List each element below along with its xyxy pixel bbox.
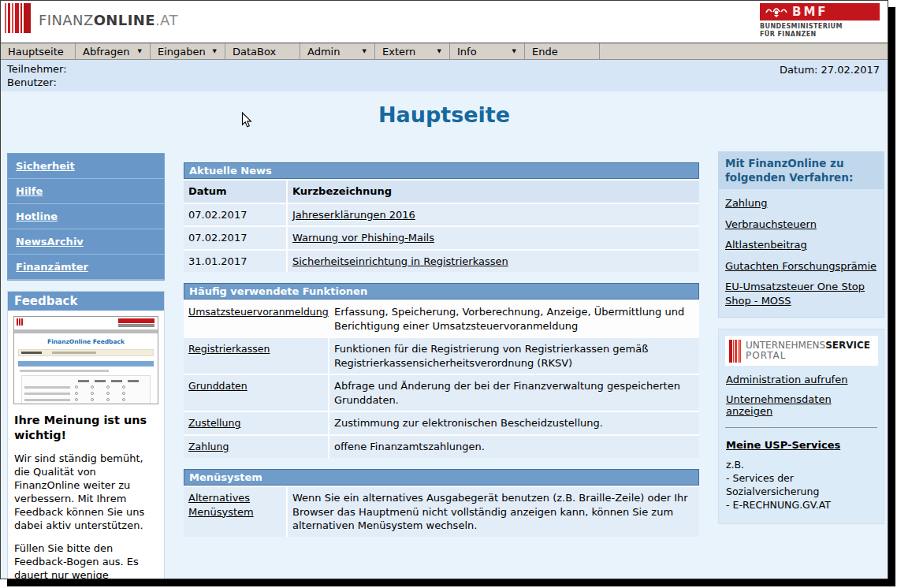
usp-services-line: z.B. [726, 459, 877, 472]
menusystem-section: Menüsystem Alternatives Menüsystem Wenn … [184, 469, 699, 537]
function-link-registrierkassen[interactable]: Registrierkassen [188, 343, 270, 355]
sidebar-item-hilfe[interactable]: Hilfe [8, 179, 164, 204]
verfahren-panel: Mit FinanzOnline zu folgenden Verfahren:… [718, 151, 884, 318]
usp-logo-bars-icon [729, 340, 742, 363]
page-content: Hauptseite Sicherheit Hilfe Hotline News… [1, 91, 888, 579]
verfahren-link-moss[interactable]: EU-Umsatzsteuer One Stop Shop - MOSS [725, 280, 877, 307]
usp-logo-line2: PORTAL [746, 351, 870, 361]
logo-at: .AT [155, 12, 178, 28]
function-link-grunddaten[interactable]: Grunddaten [188, 380, 248, 392]
feedback-heading: Ihre Meinung ist uns wichtig! [14, 413, 158, 443]
feedback-panel-title: Feedback [8, 292, 164, 311]
thumb-section-bar [18, 361, 154, 367]
function-link-umsatzsteuervoranmeldung[interactable]: Umsatzsteuervoranmeldung [188, 306, 329, 318]
menusystem-section-title: Menüsystem [184, 469, 699, 486]
usp-services-line: - Services der Sozialversicherung [726, 472, 877, 499]
top-header: FINANZONLINE.AT BMF BUNDESMINISTERIUM FÜ… [1, 1, 888, 43]
sidebar-item-sicherheit[interactable]: Sicherheit [8, 154, 164, 179]
dropdown-arrow-icon: ▼ [512, 48, 516, 54]
usp-divider [725, 427, 877, 428]
function-description: Erfassung, Speicherung, Vorberechnung, A… [329, 301, 699, 337]
news-link-phishing[interactable]: Warnung vor Phishing-Mails [292, 232, 434, 244]
verfahren-link-gutachten[interactable]: Gutachten Forschungsprämie [725, 259, 877, 274]
news-section: Aktuelle News Datum Kurzbezeichnung 07.0… [184, 162, 699, 272]
menu-item-hauptseite[interactable]: Hauptseite [1, 43, 76, 59]
feedback-panel: Feedback FinanzOnline Feedback [7, 291, 165, 579]
news-section-title: Aktuelle News [184, 162, 699, 179]
thumb-bmf-subtext [118, 324, 154, 327]
function-description: Abfrage und Änderung der bei der Finanzv… [329, 375, 699, 411]
feedback-paragraph-1: Wir sind ständig bemüht, die Qualität vo… [14, 452, 158, 533]
news-row: 07.02.2017 Warnung vor Phishing-Mails [184, 227, 699, 249]
menusystem-link-alternatives[interactable]: Alternatives Menüsystem [188, 492, 254, 518]
feedback-panel-body: FinanzOnline Feedback Ihre [8, 311, 164, 579]
usp-link-unternehmensdaten[interactable]: Unternehmensdaten anzeigen [726, 393, 877, 417]
teilnehmer-label: Teilnehmer: [7, 62, 881, 76]
menu-item-databox[interactable]: DataBox [225, 43, 300, 59]
news-date: 07.02.2017 [184, 204, 286, 226]
finanzonline-logo-text: FINANZONLINE.AT [39, 12, 178, 33]
function-row: Registrierkassen Funktionen für die Regi… [184, 338, 699, 374]
right-sidebar: Mit FinanzOnline zu folgenden Verfahren:… [718, 151, 884, 524]
date-label: Datum: 27.02.2017 [780, 63, 880, 76]
menu-item-eingaben[interactable]: Eingaben▼ [151, 43, 225, 59]
function-description: Funktionen für die Registrierung von Reg… [329, 338, 699, 374]
thumb-divider [14, 329, 158, 333]
menu-item-ende[interactable]: Ende [525, 43, 600, 59]
main-menu: Hauptseite Abfragen▼ Eingaben▼ DataBox A… [1, 43, 888, 60]
news-link-registrierkassen[interactable]: Sicherheitseinrichtung in Registrierkass… [292, 255, 508, 267]
function-row: Umsatzsteuervoranmeldung Erfassung, Spei… [184, 301, 699, 337]
bmf-red-banner: BMF [760, 3, 880, 20]
bmf-label: BMF [792, 5, 828, 19]
feedback-thumbnail[interactable]: FinanzOnline Feedback [13, 316, 158, 404]
page-title: Hauptseite [1, 102, 888, 127]
finanzonline-logo-bars-icon [5, 3, 32, 33]
menu-item-abfragen[interactable]: Abfragen▼ [76, 43, 151, 59]
mouse-cursor [241, 112, 252, 128]
usp-services-heading[interactable]: Meine USP-Services [726, 439, 840, 451]
usp-logo-text: UNTERNEHMENSSERVICE PORTAL [746, 341, 870, 361]
usp-link-administration[interactable]: Administration aufrufen [726, 374, 877, 385]
verfahren-link-zahlung[interactable]: Zahlung [725, 196, 877, 210]
sidebar-item-hotline[interactable]: Hotline [8, 204, 164, 229]
bmf-ministry-text: BUNDESMINISTERIUM FÜR FINANZEN [760, 23, 880, 39]
bmf-ministry-line2: FÜR FINANZEN [760, 31, 880, 39]
verfahren-link-altlastenbeitrag[interactable]: Altlastenbeitrag [725, 238, 877, 252]
menu-item-extern[interactable]: Extern▼ [375, 43, 450, 59]
finanzonline-window: FINANZONLINE.AT BMF BUNDESMINISTERIUM FÜ… [0, 0, 888, 579]
usp-logo: UNTERNEHMENSSERVICE PORTAL [725, 336, 878, 366]
function-row: Zustellung Zustimmung zur elektronischen… [184, 412, 699, 434]
function-link-zahlung[interactable]: Zahlung [188, 441, 229, 452]
menusystem-row: Alternatives Menüsystem Wenn Sie ein alt… [184, 487, 699, 537]
feedback-paragraph-2: Füllen Sie bitte den Feedback-Bogen aus.… [14, 541, 158, 579]
function-link-zustellung[interactable]: Zustellung [188, 417, 240, 429]
left-nav: Sicherheit Hilfe Hotline NewsArchiv Fina… [7, 153, 165, 281]
functions-section: Häufig verwendete Funktionen Umsatzsteue… [184, 283, 699, 458]
menu-item-admin[interactable]: Admin▼ [300, 43, 375, 59]
verfahren-panel-title: Mit FinanzOnline zu folgenden Verfahren: [719, 152, 884, 189]
main-column: Aktuelle News Datum Kurzbezeichnung 07.0… [184, 162, 699, 548]
news-date: 07.02.2017 [184, 227, 286, 249]
news-date: 31.01.2017 [184, 251, 286, 273]
news-col-kurzbezeichnung: Kurzbezeichnung [288, 180, 699, 203]
benutzer-label: Benutzer: [7, 76, 881, 89]
sidebar-item-finanzaemter[interactable]: Finanzämter [8, 255, 164, 280]
usp-services-line: - E-RECHNUNG.GV.AT [726, 499, 877, 512]
thumb-top-strip [14, 317, 158, 328]
thumb-bmf-badge [118, 318, 154, 323]
menu-item-info[interactable]: Info▼ [450, 43, 525, 59]
dropdown-arrow-icon: ▼ [138, 48, 142, 54]
thumb-info-row [18, 349, 154, 356]
usp-panel: UNTERNEHMENSSERVICE PORTAL Administratio… [718, 329, 884, 524]
usp-logo-line1-bold: SERVICE [825, 340, 870, 351]
bmf-eagle-icon [765, 6, 788, 18]
verfahren-link-verbrauchsteuern[interactable]: Verbrauchsteuern [725, 218, 877, 232]
news-header-row: Datum Kurzbezeichnung [184, 180, 699, 203]
finanzonline-logo: FINANZONLINE.AT [5, 3, 178, 33]
sidebar-item-newsarchiv[interactable]: NewsArchiv [8, 229, 164, 255]
news-col-datum: Datum [184, 180, 286, 203]
thumb-question-line [20, 370, 109, 372]
thumb-logo-bars-icon [17, 318, 24, 326]
function-row: Zahlung offene Finanzamtszahlungen. [184, 436, 699, 458]
news-link-jahreserklaerungen[interactable]: Jahreserklärungen 2016 [292, 209, 415, 221]
